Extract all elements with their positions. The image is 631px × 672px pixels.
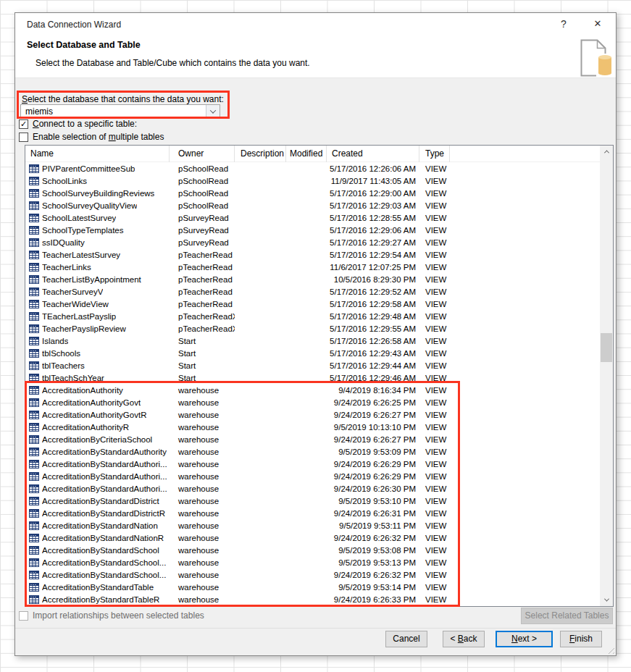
column-header-owner[interactable]: Owner (170, 146, 235, 162)
table-row[interactable]: SchoolLatestSurvey pSurveyRead 5/17/2016… (25, 211, 601, 224)
table-row[interactable]: AccreditationByStandardDistrict warehous… (25, 495, 601, 507)
table-type: VIEW (419, 411, 456, 419)
scrollbar-up-button[interactable] (600, 146, 613, 158)
table-owner: warehouse (170, 386, 235, 395)
database-dropdown[interactable]: miemis (20, 104, 220, 118)
table-row[interactable]: SchoolLinks pSchoolRead 11/9/2017 11:43:… (25, 175, 601, 187)
table-row[interactable]: TeacherLinks pTeacherRead 11/6/2017 12:0… (25, 261, 601, 273)
table-type: VIEW (419, 423, 456, 432)
back-button[interactable]: < Back (443, 631, 485, 647)
table-row[interactable]: AccreditationByStandardNation warehouse … (25, 519, 601, 532)
table-row[interactable]: TeacherWideView pTeacherRead 5/17/2016 1… (25, 298, 601, 310)
table-row[interactable]: TeacherListByAppointment pTeacherRead 10… (25, 273, 601, 285)
table-row[interactable]: AccreditationAuthority warehouse 9/4/201… (25, 384, 601, 396)
table-row[interactable]: TeacherPayslipReview pTeacherReadX 5/17/… (25, 322, 601, 335)
database-select-label: Select the database that contains the da… (22, 94, 224, 104)
table-row[interactable]: Islands Start 5/17/2016 12:26:58 AM VIEW (25, 335, 601, 347)
table-row[interactable]: AccreditationByStandardAuthori... wareho… (25, 482, 601, 495)
table-view-icon (29, 546, 39, 555)
table-row[interactable]: TeacherSurveyV pTeacherRead 5/17/2016 12… (25, 285, 601, 298)
table-owner: warehouse (170, 423, 235, 432)
page-title: Select Database and Table (27, 40, 141, 50)
table-row[interactable]: tblSchools Start 5/17/2016 12:29:43 AM V… (25, 347, 601, 359)
table-row[interactable]: AccreditationByStandardAuthori... wareho… (25, 458, 601, 470)
table-owner: warehouse (170, 595, 235, 604)
connect-specific-table-checkbox[interactable]: ✓ Connect to a specific table: (19, 119, 137, 129)
import-relationships-checkbox: Import relationships between selected ta… (19, 610, 204, 621)
table-name: TeacherLatestSurvey (42, 251, 120, 259)
table-type: VIEW (419, 177, 456, 185)
table-type: VIEW (419, 349, 456, 358)
multiple-tables-checkbox[interactable]: Enable selection of multiple tables (19, 132, 164, 142)
table-row[interactable]: AccreditationByStandardSchool warehouse … (25, 544, 601, 556)
table-name: AccreditationByStandardAuthori... (42, 484, 167, 493)
table-name: SchoolTypeTemplates (42, 226, 124, 235)
table-row[interactable]: AccreditationByStandardTable warehouse 9… (25, 581, 601, 593)
cancel-button[interactable]: Cancel (385, 631, 427, 647)
table-name: AccreditationByStandardSchool... (42, 571, 166, 579)
table-type: VIEW (419, 324, 456, 333)
column-header-name[interactable]: Name (25, 146, 170, 162)
table-owner: warehouse (170, 583, 235, 592)
column-header-type[interactable]: Type (419, 146, 450, 162)
table-row[interactable]: AccreditationByStandardAuthority warehou… (25, 445, 601, 458)
page-subtitle: Select the Database and Table/Cube which… (35, 58, 310, 68)
table-name: AccreditationByStandardAuthority (42, 448, 167, 456)
table-owner: pSurveyRead (170, 214, 235, 222)
table-row[interactable]: AccreditationByStandardNationR warehouse… (25, 532, 601, 544)
table-name: SchoolLinks (42, 177, 87, 185)
table-row[interactable]: AccreditationByStandardAuthori... wareho… (25, 470, 601, 482)
table-type: VIEW (419, 546, 456, 555)
table-row[interactable]: AccreditationByStandardTableR warehouse … (25, 593, 601, 605)
help-button[interactable]: ? (552, 16, 575, 32)
table-name: TeacherListByAppointment (42, 275, 141, 284)
resize-grip[interactable] (606, 645, 614, 654)
table-created: 9/24/2019 6:26:31 PM (327, 509, 419, 518)
table-row[interactable]: PIVParentCommitteeSub pSchoolRead 5/17/2… (25, 162, 601, 175)
vertical-scrollbar[interactable] (600, 146, 613, 606)
dropdown-arrow-button[interactable] (206, 105, 220, 117)
table-row[interactable]: TEacherLastPayslip pTeacherReadX 5/17/20… (25, 310, 601, 322)
close-icon[interactable]: ✕ (586, 16, 609, 32)
table-row[interactable]: AccreditationAuthorityGovtR warehouse 9/… (25, 408, 601, 421)
table-view-icon (29, 521, 39, 530)
table-row[interactable]: TeacherLatestSurvey pTeacherRead 5/17/20… (25, 248, 601, 261)
column-header-modified[interactable]: Modified (286, 146, 327, 162)
table-created: 5/17/2016 12:29:00 AM (327, 189, 419, 198)
table-row[interactable]: AccreditationAuthorityGovt warehouse 9/2… (25, 396, 601, 408)
table-name: AccreditationAuthority (42, 386, 123, 395)
table-view-icon (29, 177, 39, 185)
table-row[interactable]: AccreditationByStandardSchool... warehou… (25, 556, 601, 568)
table-created: 9/24/2019 6:26:25 PM (327, 398, 419, 407)
table-row[interactable]: tblTeachSchYear Start 5/17/2016 12:29:46… (25, 371, 601, 384)
table-created: 9/4/2019 8:16:34 PM (327, 386, 419, 395)
table-view-icon (29, 386, 39, 395)
scrollbar-down-button[interactable] (600, 594, 613, 606)
table-owner: pTeacherReadX (170, 312, 235, 321)
next-button[interactable]: Next > (496, 631, 553, 647)
table-row[interactable]: AccreditationByStandardDistrictR warehou… (25, 507, 601, 519)
column-header-description[interactable]: Description (235, 146, 286, 162)
scrollbar-thumb[interactable] (601, 333, 612, 362)
table-owner: warehouse (170, 435, 235, 444)
table-row[interactable]: SchoolSurveyQualityView pSchoolRead 5/17… (25, 199, 601, 211)
table-row[interactable]: AccreditationByStandardSchool... warehou… (25, 568, 601, 581)
table-row[interactable]: AccreditationByCriteriaSchool warehouse … (25, 433, 601, 445)
table-name: ssIDQuality (42, 238, 85, 247)
table-name: AccreditationAuthorityGovtR (42, 411, 146, 419)
table-row[interactable]: AccreditationAuthorityR warehouse 9/5/20… (25, 421, 601, 433)
table-created: 5/17/2016 12:29:06 AM (327, 226, 419, 235)
column-header-created[interactable]: Created (327, 146, 419, 162)
table-name: AccreditationByStandardNationR (42, 534, 164, 542)
table-view-icon (29, 238, 39, 247)
table-view-icon (29, 312, 39, 321)
table-created: 9/5/2019 9:53:10 PM (327, 497, 419, 505)
table-row[interactable]: tblTeachers Start 5/17/2016 12:29:44 AM … (25, 359, 601, 371)
table-view-icon (29, 263, 39, 272)
table-row[interactable]: ssIDQuality pSurveyRead 5/17/2016 12:29:… (25, 236, 601, 248)
table-row[interactable]: SchoolTypeTemplates pSurveyRead 5/17/201… (25, 224, 601, 236)
finish-button[interactable]: Finish (560, 631, 602, 647)
table-type: VIEW (419, 164, 456, 173)
table-owner: pTeacherRead (170, 287, 235, 296)
table-row[interactable]: SchoolSurveyBuildingReviews pSchoolRead … (25, 187, 601, 199)
